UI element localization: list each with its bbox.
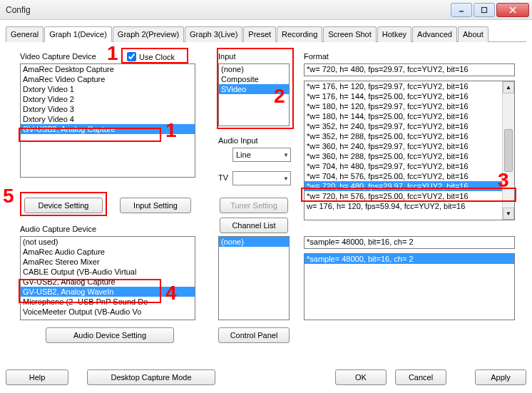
audio-input-list[interactable]: (none) bbox=[218, 236, 290, 320]
tab-about[interactable]: About bbox=[458, 26, 488, 42]
list-item[interactable]: GV-USB2, Analog WaveIn bbox=[21, 287, 195, 297]
label-video-capture: Video Capture Device bbox=[20, 52, 96, 61]
list-item[interactable]: *w= 176, h= 120, fps=29.97, fcc=YUY2, bi… bbox=[305, 81, 502, 91]
tab-hotkey[interactable]: Hotkey bbox=[377, 26, 411, 42]
chevron-down-icon: ▼ bbox=[283, 175, 289, 182]
label-tv: TV bbox=[218, 173, 228, 182]
label-format: Format bbox=[304, 52, 329, 61]
audio-device-setting-button[interactable]: Audio Device Setting bbox=[46, 327, 174, 343]
list-item[interactable]: *w= 360, h= 288, fps=25.00, fcc=YUY2, bi… bbox=[305, 151, 502, 161]
use-clock-label: Use Clock bbox=[139, 53, 175, 61]
maximize-button[interactable] bbox=[474, 3, 495, 17]
list-item[interactable]: GV-USB2, Analog Capture bbox=[21, 277, 195, 287]
list-item[interactable]: (not used) bbox=[21, 237, 195, 247]
list-item[interactable]: Dxtory Video 4 bbox=[21, 114, 195, 124]
list-item[interactable]: *w= 704, h= 576, fps=25.00, fcc=YUY2, bi… bbox=[305, 171, 502, 181]
list-item[interactable]: VoiceMeeter Output (VB-Audio Vo bbox=[21, 307, 195, 317]
annotation-num-1a: 1 bbox=[107, 42, 118, 65]
format-default-value: *w= 720, h= 480, fps=29.97, fcc=YUY2, bi… bbox=[305, 64, 514, 74]
list-item[interactable]: Composite bbox=[219, 74, 289, 84]
list-item[interactable]: Microphone (2- USB PnP Sound De bbox=[21, 297, 195, 307]
list-item[interactable]: AmaRec Stereo Mixer bbox=[21, 257, 195, 267]
list-item[interactable]: Dxtory Video 1 bbox=[21, 84, 195, 94]
input-list[interactable]: (none)CompositeSVideo bbox=[218, 63, 290, 126]
minimize-button[interactable] bbox=[451, 3, 472, 17]
chevron-down-icon: ▼ bbox=[283, 152, 289, 158]
list-item[interactable]: GV-USB2, Analog Capture bbox=[21, 124, 195, 134]
sample-default-value: *sample= 48000, bit=16, ch= 2 bbox=[305, 237, 514, 247]
tab-recording[interactable]: Recording bbox=[277, 26, 322, 42]
titlebar[interactable]: Config bbox=[0, 0, 532, 20]
format-list[interactable]: *w= 176, h= 120, fps=29.97, fcc=YUY2, bi… bbox=[304, 81, 515, 220]
list-item[interactable]: *w= 352, h= 240, fps=29.97, fcc=YUY2, bi… bbox=[305, 121, 502, 131]
video-device-list[interactable]: AmaRec Desktop CaptureAmaRec Video Captu… bbox=[20, 63, 195, 178]
desktop-capture-mode-button[interactable]: Desktop Capture Mode bbox=[87, 369, 215, 385]
format-default-box[interactable]: *w= 720, h= 480, fps=29.97, fcc=YUY2, bi… bbox=[304, 63, 515, 76]
apply-button[interactable]: Apply bbox=[475, 369, 526, 385]
list-item[interactable]: AmaRec Audio Capture bbox=[21, 247, 195, 257]
audio-input-value: Line bbox=[236, 150, 251, 159]
list-item[interactable]: CABLE Output (VB-Audio Virtual bbox=[21, 267, 195, 277]
list-item[interactable]: (none) bbox=[219, 64, 289, 74]
dialog-button-bar: Help Desktop Capture Mode OK Cancel Appl… bbox=[6, 367, 526, 387]
tab-preset[interactable]: Preset bbox=[243, 26, 276, 42]
list-item[interactable]: Dxtory Video 2 bbox=[21, 94, 195, 104]
close-button[interactable] bbox=[496, 3, 529, 17]
ok-button[interactable]: OK bbox=[335, 369, 387, 385]
scroll-up-icon[interactable]: ▲ bbox=[503, 81, 514, 93]
channel-list-button[interactable]: Channel List bbox=[220, 218, 288, 233]
label-input: Input bbox=[218, 52, 235, 61]
list-item[interactable]: Dxtory Video 3 bbox=[21, 104, 195, 114]
tab-advanced[interactable]: Advanced bbox=[412, 26, 457, 42]
use-clock-input[interactable] bbox=[127, 52, 136, 61]
device-setting-button[interactable]: Device Setting bbox=[24, 198, 103, 213]
group-video-capture: Video Capture Device bbox=[20, 52, 96, 61]
label-audio-input: Audio Input bbox=[218, 136, 258, 145]
tab-general[interactable]: General bbox=[6, 26, 44, 42]
input-setting-button[interactable]: Input Setting bbox=[120, 198, 191, 213]
list-item[interactable]: SVideo bbox=[219, 84, 289, 94]
tab-bar: General Graph 1(Device) Graph 2(Preview)… bbox=[6, 26, 526, 42]
tab-graph3[interactable]: Graph 3(Live) bbox=[185, 26, 242, 42]
use-clock-checkbox[interactable]: Use Clock bbox=[127, 52, 175, 61]
list-item[interactable]: *w= 352, h= 288, fps=25.00, fcc=YUY2, bi… bbox=[305, 131, 502, 141]
list-item[interactable]: *w= 180, h= 144, fps=25.00, fcc=YUY2, bi… bbox=[305, 111, 502, 121]
scroll-thumb[interactable] bbox=[504, 129, 513, 172]
audio-device-list[interactable]: (not used)AmaRec Audio CaptureAmaRec Ste… bbox=[20, 236, 195, 320]
label-audio-capture: Audio Capture Device bbox=[20, 225, 96, 233]
list-item[interactable]: *w= 180, h= 120, fps=29.97, fcc=YUY2, bi… bbox=[305, 101, 502, 111]
list-item[interactable]: *w= 720, h= 576, fps=25.00, fcc=YUY2, bi… bbox=[305, 191, 502, 201]
tab-screenshot[interactable]: Screen Shot bbox=[323, 26, 377, 42]
sample-list[interactable]: *sample= 48000, bit=16, ch= 2 bbox=[304, 253, 515, 320]
list-item[interactable]: AmaRec Video Capture bbox=[21, 74, 195, 84]
scrollbar[interactable]: ▲ ▼ bbox=[502, 81, 514, 220]
list-item[interactable]: AmaRec Desktop Capture bbox=[21, 64, 195, 74]
tv-select[interactable]: ▼ bbox=[232, 171, 291, 185]
list-item[interactable]: (none) bbox=[219, 237, 289, 247]
list-item[interactable]: *w= 360, h= 240, fps=29.97, fcc=YUY2, bi… bbox=[305, 141, 502, 151]
window-buttons bbox=[451, 3, 529, 17]
svg-rect-1 bbox=[482, 7, 487, 12]
list-item[interactable]: *w= 704, h= 480, fps=29.97, fcc=YUY2, bi… bbox=[305, 161, 502, 171]
control-panel-button[interactable]: Control Panel bbox=[218, 327, 290, 343]
list-item[interactable]: *w= 720, h= 480, fps=29.97, fcc=YUY2, bi… bbox=[305, 181, 502, 191]
scroll-down-icon[interactable]: ▼ bbox=[503, 208, 514, 220]
tab-graph2[interactable]: Graph 2(Preview) bbox=[113, 26, 184, 42]
list-item[interactable]: w= 176, h= 120, fps=59.94, fcc=YUY2, bit… bbox=[305, 201, 502, 211]
audio-input-select[interactable]: Line▼ bbox=[232, 148, 291, 162]
annotation-num-5: 5 bbox=[3, 185, 14, 208]
list-item[interactable]: *sample= 48000, bit=16, ch= 2 bbox=[305, 254, 514, 264]
sample-default-box[interactable]: *sample= 48000, bit=16, ch= 2 bbox=[304, 236, 515, 249]
help-button[interactable]: Help bbox=[6, 369, 68, 385]
cancel-button[interactable]: Cancel bbox=[395, 369, 446, 385]
tab-graph1[interactable]: Graph 1(Device) bbox=[44, 26, 112, 42]
list-item[interactable]: *w= 176, h= 144, fps=25.00, fcc=YUY2, bi… bbox=[305, 91, 502, 101]
tuner-setting-button[interactable]: Tuner Setting bbox=[220, 198, 288, 213]
window-title: Config bbox=[6, 5, 31, 15]
